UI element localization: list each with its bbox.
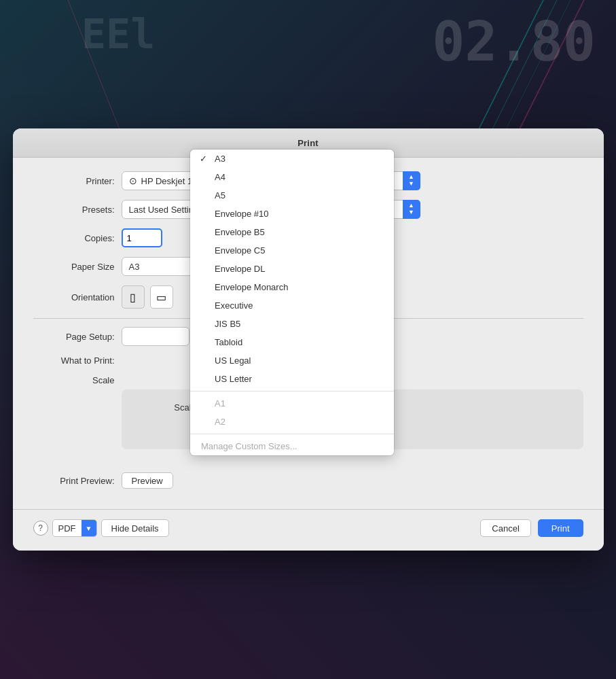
dropdown-item-uslegal[interactable]: US Legal [190, 351, 394, 370]
dropdown-item-a2: A2 [190, 413, 394, 431]
printer-label: Printer: [33, 176, 115, 186]
landscape-btn[interactable]: ▭ [150, 285, 173, 309]
cancel-button[interactable]: Cancel [480, 519, 530, 537]
footer-buttons: ? PDF ▼ Hide Details Cancel Print [33, 519, 583, 537]
dropdown-item-jisb5[interactable]: JIS B5 [190, 315, 394, 333]
footer-left: ? PDF ▼ Hide Details [33, 519, 169, 537]
footer-right: Cancel Print [480, 519, 583, 537]
dropdown-item-tabloid[interactable]: Tabloid [190, 333, 394, 351]
paper-size-value: A3 [129, 262, 140, 272]
landscape-icon: ▭ [156, 291, 166, 304]
print-preview-row: Print Preview: Preview [33, 472, 583, 489]
orientation-controls: ▯ ▭ [122, 285, 173, 309]
dropdown-item-a5[interactable]: A5 [190, 186, 394, 205]
hide-details-button[interactable]: Hide Details [101, 519, 169, 537]
print-preview-label: Print Preview: [33, 476, 115, 486]
pdf-arrow-icon: ▼ [86, 525, 92, 532]
dropdown-divider [190, 391, 394, 391]
dropdown-divider-2 [190, 434, 394, 434]
paper-size-label: Paper Size [33, 262, 115, 272]
manage-custom-sizes[interactable]: Manage Custom Sizes... [190, 437, 394, 455]
dropdown-item-executive[interactable]: Executive [190, 296, 394, 315]
paper-size-dropdown: A3 A4 A5 Envelope #10 Envelope B5 Envelo… [190, 150, 394, 455]
printer-arrow-down[interactable]: ▼ [408, 181, 414, 188]
pdf-dropdown-btn[interactable]: ▼ [81, 520, 96, 536]
dropdown-item-a1: A1 [190, 394, 394, 413]
help-button[interactable]: ? [33, 521, 48, 536]
page-setup-label: Page Setup: [33, 332, 115, 342]
dropdown-item-envelope10[interactable]: Envelope #10 [190, 205, 394, 223]
printer-icon: ⊙ [129, 175, 137, 186]
orientation-label: Orientation [33, 292, 115, 302]
page-setup-select[interactable] [122, 327, 189, 346]
dropdown-item-usletter[interactable]: US Letter [190, 370, 394, 388]
pdf-btn-wrapper: PDF ▼ [52, 519, 97, 537]
scale-inner-label: Scale: [131, 402, 199, 413]
scale-outer-label: Scale [33, 375, 115, 385]
dropdown-item-envelopemonarch[interactable]: Envelope Monarch [190, 278, 394, 296]
dropdown-item-envelopedl[interactable]: Envelope DL [190, 260, 394, 278]
dropdown-item-a3[interactable]: A3 [190, 150, 394, 168]
presets-arrow-down[interactable]: ▼ [408, 209, 414, 216]
dialog-title: Print [297, 138, 319, 148]
dropdown-item-envelopeb5[interactable]: Envelope B5 [190, 223, 394, 241]
dropdown-item-a4[interactable]: A4 [190, 168, 394, 186]
print-button[interactable]: Print [538, 519, 583, 537]
portrait-icon: ▯ [130, 291, 136, 304]
pdf-label: PDF [53, 520, 81, 536]
presets-stepper[interactable]: ▲ ▼ [403, 200, 420, 219]
preview-button[interactable]: Preview [122, 472, 173, 489]
dropdown-item-envelopec5[interactable]: Envelope C5 [190, 241, 394, 260]
presets-label: Presets: [33, 205, 115, 215]
copies-input[interactable] [122, 228, 162, 247]
print-preview-container: Print Preview: Preview [13, 472, 604, 509]
dialog-footer: ? PDF ▼ Hide Details Cancel Print [13, 509, 604, 551]
what-to-print-label: What to Print: [33, 355, 115, 366]
portrait-btn[interactable]: ▯ [122, 285, 145, 309]
printer-stepper[interactable]: ▲ ▼ [403, 171, 420, 190]
copies-label: Copies: [33, 233, 115, 243]
